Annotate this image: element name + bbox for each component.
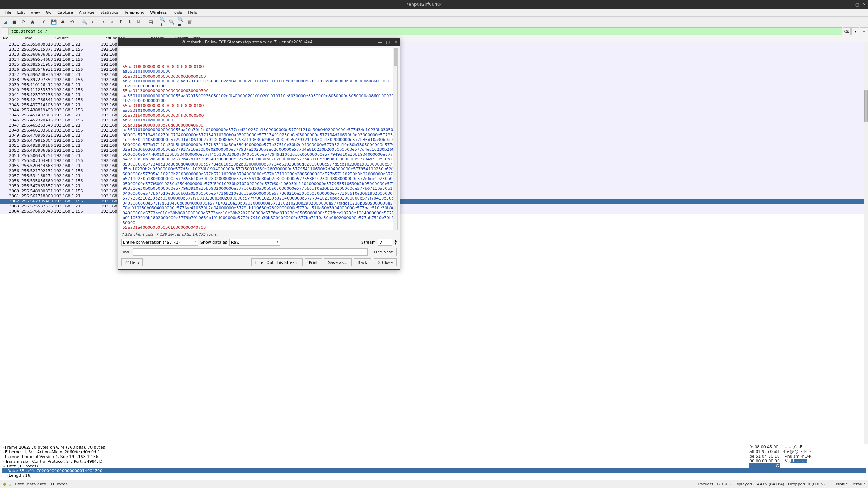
menu-wireless[interactable]: Wireless bbox=[148, 9, 169, 16]
menu-view[interactable]: View bbox=[28, 9, 43, 16]
go-to-packet-icon[interactable]: ⇥ bbox=[107, 18, 115, 26]
window-titlebar: *enp0s20f0u4u4 — ▢ ✕ bbox=[0, 0, 868, 9]
save-as-button[interactable]: Save as… bbox=[324, 258, 352, 266]
menu-edit[interactable]: Edit bbox=[14, 9, 27, 16]
filter-clear-icon[interactable]: ⌫ bbox=[843, 27, 851, 35]
stream-line[interactable]: aa550101000000000000055aa02000000e5773bc… bbox=[123, 230, 395, 231]
packet-bytes-pane[interactable]: fe 08 00 45 00 ······· ·/'···E·a8 01 9c … bbox=[749, 445, 865, 468]
find-label: Find: bbox=[121, 250, 131, 254]
stream-number-input[interactable] bbox=[378, 239, 392, 246]
close-button[interactable]: ✕Close bbox=[374, 258, 397, 266]
print-button[interactable]: Print bbox=[305, 258, 322, 266]
stream-line[interactable]: 55aa018100000000000000ffff00000400 bbox=[123, 103, 395, 108]
go-forward-icon[interactable]: → bbox=[98, 18, 106, 26]
col-source[interactable]: Source bbox=[54, 35, 101, 42]
zoom-out-icon[interactable]: 🔍- bbox=[168, 18, 176, 26]
stream-line[interactable]: 55aa018000000000000000ffff00000100 bbox=[123, 64, 395, 69]
find-next-button[interactable]: Find Next bbox=[370, 248, 397, 256]
hex-line[interactable]: ····G· bbox=[749, 463, 865, 468]
hex-line[interactable]: a8 01 9c c0 a8 ·8)·@·@· ·8······ bbox=[749, 449, 865, 454]
tree-line[interactable]: › Internet Protocol Version 4, Src: 192.… bbox=[2, 454, 866, 459]
show-data-as-selector[interactable]: ▾ bbox=[229, 239, 280, 246]
menu-go[interactable]: Go bbox=[43, 9, 54, 16]
minimize-icon[interactable]: — bbox=[846, 2, 854, 7]
zoom-reset-icon[interactable]: 🔍= bbox=[177, 18, 185, 26]
stream-line[interactable]: 55aa01a40000000000010000000040700 bbox=[123, 225, 395, 230]
status-capture-icon[interactable]: ⎘ bbox=[9, 482, 11, 487]
status-bar: ● ⎘ Data (data.data), 16 bytes Packets: … bbox=[0, 480, 868, 488]
col-time[interactable]: Time bbox=[21, 35, 54, 42]
col-no[interactable]: No. bbox=[1, 35, 21, 42]
colorize-icon[interactable]: ▤ bbox=[147, 18, 155, 26]
find-input[interactable] bbox=[133, 248, 368, 256]
menu-help[interactable]: Help bbox=[186, 9, 200, 16]
stream-content-scrollbar[interactable] bbox=[393, 48, 397, 230]
packet-details-pane[interactable]: › Frame 2062: 70 bytes on wire (560 bits… bbox=[0, 444, 868, 480]
close-icon[interactable]: ✕ bbox=[861, 2, 868, 7]
dialog-minimize-icon[interactable]: — bbox=[376, 40, 384, 44]
save-icon[interactable]: 💾 bbox=[50, 18, 58, 26]
reload-icon[interactable]: ⟲ bbox=[68, 18, 76, 26]
tree-line[interactable]: › Frame 2062: 70 bytes on wire (560 bits… bbox=[2, 445, 866, 450]
menu-analyze[interactable]: Analyze bbox=[76, 9, 97, 16]
tree-line[interactable]: [Length: 16] bbox=[2, 473, 866, 478]
dialog-close-icon[interactable]: ✕ bbox=[392, 40, 400, 44]
filter-add-icon[interactable]: ＋ bbox=[860, 27, 868, 35]
shark-fin-icon[interactable]: ◢ bbox=[1, 18, 9, 26]
help-button[interactable]: ⁇Help bbox=[121, 258, 143, 266]
close-icon: ✕ bbox=[378, 260, 381, 265]
stream-line[interactable]: aa550101000000000000055aa020130003603010… bbox=[123, 79, 395, 89]
stream-line[interactable]: aa55010100000000000 bbox=[123, 69, 395, 74]
status-expert-icon[interactable]: ● bbox=[3, 482, 7, 487]
go-back-icon[interactable]: ← bbox=[89, 18, 97, 26]
tree-line[interactable]: Data: 55aa01c70200000000000000014004700 bbox=[2, 468, 866, 473]
go-last-icon[interactable]: ⤓ bbox=[125, 18, 133, 26]
display-filter-input[interactable] bbox=[9, 27, 842, 35]
menu-file[interactable]: File bbox=[2, 9, 14, 16]
close-file-icon[interactable]: ✖ bbox=[59, 18, 67, 26]
stream-line[interactable]: 55aa01b408000000000000ffff00000500 bbox=[123, 113, 395, 118]
dialog-maximize-icon[interactable]: ▢ bbox=[384, 40, 392, 44]
hex-line[interactable]: 00 00 00 00 00 ·V··,U· ········ bbox=[749, 459, 865, 463]
stop-capture-icon[interactable]: ■ bbox=[10, 18, 18, 26]
tree-line[interactable]: › Ethernet II, Src: ActionsMicro_2f:60:f… bbox=[2, 450, 866, 454]
menu-telephony[interactable]: Telephony bbox=[122, 9, 147, 16]
stream-line[interactable]: aa55010100000000000 bbox=[123, 108, 395, 113]
restart-capture-icon[interactable]: ⟳ bbox=[20, 18, 27, 26]
filter-dropdown-icon[interactable]: ▾ bbox=[851, 27, 859, 35]
menu-statistics[interactable]: Statistics bbox=[98, 9, 121, 16]
find-packet-icon[interactable]: 🔍 bbox=[80, 18, 88, 26]
zoom-in-icon[interactable]: 🔍+ bbox=[159, 18, 167, 26]
menu-tools[interactable]: Tools bbox=[170, 9, 185, 16]
dialog-titlebar: Wireshark · Follow TCP Stream (tcp.strea… bbox=[118, 38, 400, 46]
stream-line[interactable]: aa550101d70d00000000 bbox=[123, 118, 395, 123]
stream-stats: 7,138 client pkts, 7,138 server pkts, 14… bbox=[118, 232, 400, 237]
tree-line[interactable]: › Transmission Control Protocol, Src Por… bbox=[2, 459, 866, 464]
auto-scroll-icon[interactable]: ⇊ bbox=[135, 18, 142, 26]
stream-line[interactable]: 55aa011300000000000000000030000300 bbox=[123, 89, 395, 94]
hex-line[interactable]: fe 08 00 45 00 ······· ·/'···E· bbox=[749, 445, 865, 449]
filter-bookmark-icon[interactable]: ▯ bbox=[1, 27, 9, 35]
hex-line[interactable]: be 51 04 50 18 ···hu sm ·nQ·P· bbox=[749, 454, 865, 459]
window-title: *enp0s20f0u4u4 bbox=[3, 2, 846, 7]
maximize-icon[interactable]: ▢ bbox=[854, 2, 861, 7]
menu-capture[interactable]: Capture bbox=[55, 9, 76, 16]
menu-bar: FileEditViewGoCaptureAnalyzeStatisticsTe… bbox=[0, 9, 868, 17]
conversation-selector[interactable]: ▾ bbox=[121, 239, 198, 246]
main-toolbar: ◢ ■ ⟳ ◉ 🗀 💾 ✖ ⟲ 🔍 ← → ⇥ ⤒ ⤓ ⇊ ▤ 🔍+ 🔍- 🔍=… bbox=[0, 17, 868, 27]
filter-out-button[interactable]: Filter Out This Stream bbox=[251, 258, 303, 266]
stream-line[interactable]: 55aa01130000000000000000030000200 bbox=[123, 74, 395, 79]
stream-line[interactable]: aa550101000000000000055aa10a30b1d0200000… bbox=[123, 128, 395, 225]
stream-line[interactable]: 55aa01a400000000d70d000000040600 bbox=[123, 123, 395, 128]
packet-list-scrollbar[interactable] bbox=[864, 42, 868, 444]
tree-line[interactable]: ⌄ Data (16 bytes) bbox=[2, 464, 866, 468]
go-first-icon[interactable]: ⤒ bbox=[116, 18, 124, 26]
back-button[interactable]: Back bbox=[354, 258, 371, 266]
stream-line[interactable]: aa550101000000000000055aa020130003603010… bbox=[123, 94, 395, 103]
capture-options-icon[interactable]: ◉ bbox=[29, 18, 37, 26]
open-file-icon[interactable]: 🗀 bbox=[41, 18, 49, 26]
status-profile[interactable]: Profile: Default bbox=[835, 482, 865, 487]
resize-columns-icon[interactable]: ▥ bbox=[186, 18, 194, 26]
stream-stepper-icon[interactable]: ▲▼ bbox=[395, 239, 397, 245]
stream-content[interactable]: 55aa018000000000000000ffff00000100aa5501… bbox=[120, 48, 398, 230]
